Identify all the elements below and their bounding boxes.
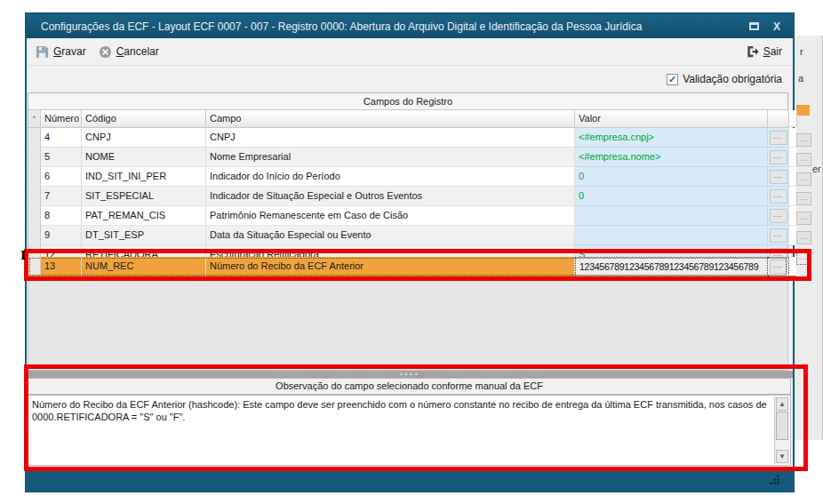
row-selector[interactable]	[28, 245, 41, 257]
row-selector[interactable]	[28, 128, 41, 148]
cell-numero[interactable]: 9	[41, 226, 82, 245]
ellipsis-button[interactable]: ...	[768, 245, 787, 257]
cell-codigo[interactable]: SIT_ESPECIAL	[82, 187, 206, 206]
ellipsis-glyph: ...	[770, 228, 787, 243]
restore-icon[interactable]	[749, 22, 759, 30]
toolbar: Gravar Cancelar Sair	[27, 38, 793, 66]
cancel-button-label: Cancelar	[116, 45, 159, 58]
cell-campo[interactable]: CNPJ	[206, 128, 575, 148]
background-text-fragment: er	[812, 164, 821, 174]
column-header-campo[interactable]: Campo	[206, 110, 575, 127]
ellipsis-button-fragment: ...	[796, 172, 811, 186]
save-button[interactable]: Gravar	[36, 45, 86, 59]
column-header-valor[interactable]: Valor	[575, 110, 768, 127]
cell-valor[interactable]: 0	[575, 187, 768, 206]
cell-numero[interactable]: 13	[41, 257, 82, 276]
cell-valor-editing[interactable]: 123456789123456789123456789123456789	[575, 257, 768, 276]
cell-valor[interactable]: 0	[575, 167, 768, 187]
row-selector[interactable]	[28, 187, 41, 206]
table-row[interactable]: 6 IND_SIT_INI_PER Indicador do Início do…	[28, 167, 787, 187]
vertical-scrollbar[interactable]: ▲ ▼	[774, 396, 789, 464]
cell-codigo[interactable]: CNPJ	[82, 128, 206, 148]
titlebar[interactable]: Configurações da ECF - Layout ECF 0007 -…	[27, 14, 793, 38]
selected-table-row[interactable]: 13 NUM_REC Número do Recibo da ECF Anter…	[28, 257, 787, 276]
cell-numero[interactable]: 12	[41, 245, 82, 257]
grid-empty-area	[28, 276, 788, 371]
ellipsis-button[interactable]: ...	[768, 226, 789, 245]
ellipsis-button[interactable]: ...	[768, 257, 789, 276]
column-header-button-gap	[768, 110, 789, 127]
row-filler	[789, 226, 796, 245]
cell-valor[interactable]: <#empresa.cnpj>	[575, 128, 768, 148]
table-row[interactable]: 8 PAT_REMAN_CIS Patrimônio Remanescente …	[28, 206, 787, 226]
cell-campo[interactable]: Data da Situação Especial ou Evento	[206, 226, 575, 245]
row-selector[interactable]	[28, 257, 41, 276]
table-row[interactable]: 7 SIT_ESPECIAL Indicador de Situação Esp…	[28, 187, 787, 206]
cell-codigo[interactable]: PAT_REMAN_CIS	[82, 206, 206, 226]
row-filler	[789, 128, 796, 148]
row-filler	[789, 187, 796, 206]
cell-campo[interactable]: Nome Empresarial	[206, 148, 575, 167]
cell-campo[interactable]: Indicador de Situação Especial e Outros …	[206, 187, 575, 206]
ellipsis-button[interactable]: ...	[768, 167, 789, 187]
cell-codigo[interactable]: DT_SIT_ESP	[82, 226, 206, 245]
cell-codigo[interactable]: NOME	[82, 148, 206, 167]
column-header-numero[interactable]: Número	[41, 110, 82, 127]
observation-textarea[interactable]: Número do Recibo da ECF Anterior (hashco…	[28, 395, 791, 466]
cell-valor[interactable]	[575, 226, 768, 245]
background-selection-fragment	[796, 105, 810, 116]
table-row[interactable]: 9 DT_SIT_ESP Data da Situação Especial o…	[28, 226, 787, 245]
column-header-codigo[interactable]: Código	[82, 110, 206, 127]
ellipsis-button[interactable]: ...	[768, 187, 789, 206]
cell-campo[interactable]: Patrimônio Remanescente em Caso de Cisão	[206, 206, 575, 226]
ellipsis-button-fragment: ...	[796, 133, 811, 147]
table-row[interactable]: 4 CNPJ CNPJ <#empresa.cnpj> ...	[28, 128, 787, 148]
row-selector[interactable]	[28, 206, 41, 226]
cell-numero[interactable]: 8	[41, 206, 82, 226]
splitter-handle[interactable]: ····	[27, 371, 793, 378]
ellipsis-glyph: ...	[770, 248, 787, 258]
row-filler	[789, 257, 796, 276]
cell-campo[interactable]: Indicador do Início do Período	[206, 167, 575, 187]
ellipsis-button[interactable]: ...	[768, 128, 789, 148]
ellipsis-button[interactable]: ...	[768, 206, 789, 226]
column-header-filler	[789, 110, 797, 127]
scroll-up-icon[interactable]: ▲	[776, 397, 788, 411]
validation-checkbox-label: Validação obrigatória	[683, 73, 782, 85]
cell-numero[interactable]: 4	[41, 128, 82, 148]
cell-numero[interactable]: 6	[41, 167, 82, 187]
row-selector[interactable]	[28, 148, 41, 167]
scroll-down-icon[interactable]: ▼	[776, 450, 788, 463]
resize-grip-icon[interactable]	[768, 473, 780, 485]
scrollbar-thumb[interactable]	[776, 412, 788, 440]
save-button-label: Gravar	[53, 45, 86, 58]
cell-codigo[interactable]: IND_SIT_INI_PER	[82, 167, 206, 187]
cell-codigo[interactable]: NUM_REC	[82, 257, 206, 276]
cell-campo[interactable]: Escrituração Retificadora	[206, 245, 575, 257]
close-icon[interactable]: X	[773, 21, 780, 32]
observation-text: Número do Recibo da ECF Anterior (hashco…	[32, 399, 767, 422]
ellipsis-button-fragment: ...	[796, 231, 811, 244]
ellipsis-glyph: ...	[770, 260, 787, 274]
cell-valor[interactable]: <#empresa.nome>	[575, 148, 768, 167]
validation-checkbox[interactable]: ✓	[667, 74, 678, 85]
background-text-fragment: a	[798, 73, 803, 84]
cell-numero[interactable]: 7	[41, 187, 82, 206]
status-bar	[27, 467, 793, 491]
ellipsis-button[interactable]: ...	[768, 148, 789, 167]
cell-valor[interactable]	[575, 206, 768, 226]
cell-campo[interactable]: Número do Recibo da ECF Anterior	[206, 257, 575, 276]
cell-numero[interactable]: 5	[41, 148, 82, 167]
ellipsis-button-fragment: ...	[796, 192, 811, 205]
ellipsis-glyph: ...	[770, 150, 787, 164]
cell-valor[interactable]: S	[575, 245, 768, 257]
table-row[interactable]: 12 RETIFICADORA Escrituração Retificador…	[28, 245, 787, 257]
selector-column-header[interactable]: *	[28, 110, 41, 127]
cancel-button[interactable]: Cancelar	[99, 45, 159, 59]
row-selector[interactable]	[28, 167, 41, 187]
splitter-dots: ····	[400, 372, 420, 377]
exit-button[interactable]: Sair	[746, 45, 782, 58]
row-selector[interactable]	[28, 226, 41, 245]
cell-codigo[interactable]: RETIFICADORA	[82, 245, 206, 257]
table-row[interactable]: 5 NOME Nome Empresarial <#empresa.nome> …	[28, 148, 787, 167]
